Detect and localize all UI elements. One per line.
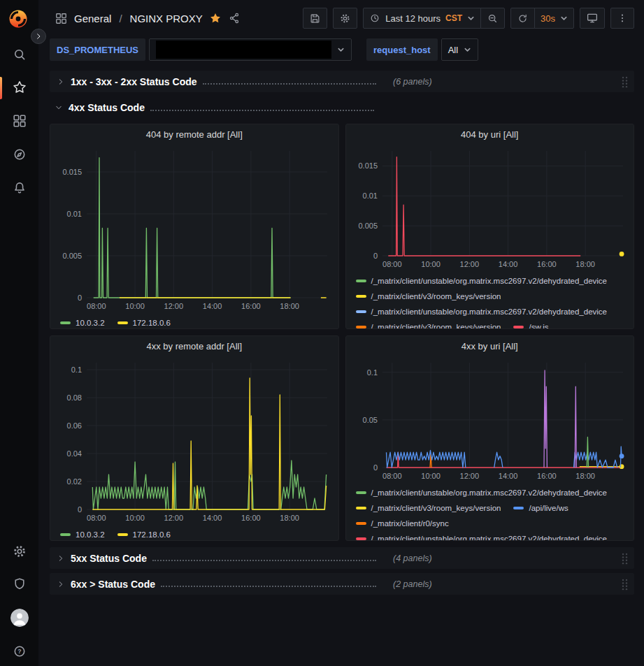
save-icon	[309, 13, 321, 24]
monitor-icon	[586, 12, 599, 24]
chevron-down-icon	[560, 15, 568, 22]
svg-text:0.01: 0.01	[67, 210, 82, 218]
variable-select-request-host[interactable]: All	[441, 38, 478, 61]
row-drag-handle[interactable]	[621, 552, 629, 564]
legend-swatch	[60, 321, 71, 324]
svg-text:14:00: 14:00	[498, 472, 517, 480]
grafana-logo[interactable]	[8, 8, 30, 31]
redacted-value	[156, 41, 331, 59]
panel-404-by-remote-addr: 404 by remote addr [All] 08:0010:0012:00…	[50, 124, 339, 329]
variable-select-ds-prometheus[interactable]	[149, 38, 352, 61]
panel-title[interactable]: 404 by uri [All]	[352, 124, 629, 144]
explore-compass-icon[interactable]	[11, 146, 28, 163]
svg-text:0.015: 0.015	[358, 161, 378, 170]
time-range-picker[interactable]: Last 12 hours CST	[363, 8, 481, 29]
legend-item[interactable]: 10.0.3.2	[60, 316, 105, 329]
chevron-down-icon	[464, 46, 471, 54]
row-header-6xx[interactable]: 6xx > Status Code (2 panels)	[50, 573, 634, 595]
expand-sidebar-button[interactable]	[31, 29, 46, 44]
help-icon[interactable]: ?	[11, 643, 28, 660]
legend-item[interactable]: 172.18.0.6	[117, 528, 171, 541]
time-series-chart[interactable]: 08:0010:0012:0014:0016:0018:0000.050.1	[352, 356, 629, 484]
svg-text:0: 0	[78, 294, 82, 302]
legend-label: /_matrix/client/unstable/org.matrix.msc2…	[371, 532, 608, 541]
legend-label: 10.0.3.2	[76, 528, 105, 541]
row-header-5xx[interactable]: 5xx Status Code (4 panels)	[50, 547, 634, 569]
legend-item[interactable]: /_matrix/client/unstable/org.matrix.msc2…	[356, 305, 608, 319]
row-header-4xx[interactable]: 4xx Status Code	[50, 99, 634, 117]
legend-swatch	[356, 326, 366, 328]
legend-item[interactable]: /api/live/ws	[513, 501, 568, 515]
search-icon[interactable]	[11, 46, 28, 63]
favorite-star-icon[interactable]	[209, 12, 222, 24]
panel-legend: /_matrix/client/unstable/org.matrix.msc2…	[352, 484, 629, 541]
svg-text:0: 0	[78, 505, 82, 514]
time-series-chart[interactable]: 08:0010:0012:0014:0016:0018:0000.020.040…	[56, 356, 333, 526]
legend-swatch	[356, 491, 366, 494]
row-header-1xx-3xx-2xx[interactable]: 1xx - 3xx - 2xx Status Code (6 panels)	[50, 71, 634, 92]
row-drag-handle[interactable]	[621, 75, 629, 87]
legend-item[interactable]: 172.18.0.6	[117, 316, 171, 329]
profile-avatar[interactable]	[10, 609, 29, 627]
dashboard-body: 1xx - 3xx - 2xx Status Code (6 panels) 4…	[38, 66, 644, 595]
row-drag-handle[interactable]	[621, 578, 629, 590]
panel-legend: 10.0.3.2172.18.0.6	[56, 314, 333, 329]
legend-label: 172.18.0.6	[133, 528, 171, 541]
server-admin-shield-icon[interactable]	[11, 576, 28, 593]
svg-text:0.08: 0.08	[67, 393, 82, 402]
panel-title[interactable]: 4xx by uri [All]	[352, 336, 629, 356]
legend-item[interactable]: /_matrix/client/v3/room_keys/version	[356, 501, 501, 515]
dashboard-settings-button[interactable]	[333, 8, 357, 29]
alerting-bell-icon[interactable]	[11, 180, 28, 196]
time-series-chart[interactable]: 08:0010:0012:0014:0016:0018:0000.0050.01…	[352, 144, 629, 273]
kebab-menu-button[interactable]	[610, 8, 634, 29]
share-icon[interactable]	[228, 12, 241, 24]
refresh-icon	[517, 13, 529, 24]
panel-4xx-by-remote-addr: 4xx by remote addr [All] 08:0010:0012:00…	[50, 335, 339, 541]
legend-item[interactable]: 10.0.3.2	[60, 528, 105, 541]
svg-text:0.015: 0.015	[62, 168, 82, 176]
svg-text:?: ?	[17, 648, 21, 655]
legend-item[interactable]: /_matrix/client/unstable/org.matrix.msc2…	[356, 274, 608, 288]
panel-title[interactable]: 4xx by remote addr [All]	[56, 336, 333, 356]
breadcrumb-dashboard-title[interactable]: NGINX PROXY	[130, 13, 203, 24]
save-dashboard-button[interactable]	[303, 8, 327, 29]
legend-label: /_matrix/client/v3/room_keys/version	[371, 320, 501, 329]
legend-swatch	[356, 522, 366, 525]
starred-icon[interactable]	[11, 79, 28, 96]
svg-text:16:00: 16:00	[537, 472, 557, 480]
refresh-interval-picker[interactable]: 30s	[534, 8, 574, 29]
legend-item[interactable]: /_matrix/client/unstable/org.matrix.msc2…	[356, 486, 608, 500]
panel-title[interactable]: 404 by remote addr [All]	[56, 124, 333, 144]
breadcrumb-section[interactable]: General	[74, 13, 111, 24]
breadcrumb: General / NGINX PROXY	[55, 12, 241, 25]
panel-404-by-uri: 404 by uri [All] 08:0010:0012:0014:0016:…	[345, 124, 635, 329]
svg-text:08:00: 08:00	[87, 302, 106, 310]
legend-item[interactable]: /_matrix/client/r0/sync	[356, 516, 449, 530]
legend-swatch	[513, 326, 524, 328]
legend-item[interactable]: /_matrix/client/v3/room_keys/version	[356, 320, 501, 329]
zoom-out-button[interactable]	[480, 8, 505, 29]
chevron-right-icon	[56, 553, 66, 563]
svg-text:0.05: 0.05	[362, 416, 377, 424]
svg-text:0.005: 0.005	[62, 252, 82, 260]
dotted-leader	[161, 579, 376, 587]
settings-gear-icon[interactable]	[11, 543, 28, 560]
row-title: 1xx - 3xx - 2xx Status Code	[71, 76, 197, 87]
variable-value: All	[448, 45, 458, 55]
dashboards-icon[interactable]	[11, 113, 28, 129]
refresh-button[interactable]	[510, 8, 535, 29]
legend-item[interactable]: /_matrix/client/v3/room_keys/version	[356, 289, 501, 303]
legend-item[interactable]: /sw.js	[513, 320, 548, 329]
legend-swatch	[117, 321, 128, 324]
variable-label-request-host[interactable]: request_host	[366, 38, 438, 61]
svg-text:0.02: 0.02	[67, 477, 82, 486]
legend-swatch	[356, 310, 366, 313]
time-series-chart[interactable]: 08:0010:0012:0014:0016:0018:0000.0050.01…	[56, 144, 333, 314]
legend-item[interactable]: /_matrix/client/unstable/org.matrix.msc2…	[356, 532, 608, 541]
svg-text:14:00: 14:00	[203, 302, 222, 310]
chevron-right-icon	[56, 77, 66, 87]
cycle-view-button[interactable]	[580, 8, 605, 29]
variable-label-ds-prometheus[interactable]: DS_PROMETHEUS	[50, 38, 145, 61]
svg-text:0: 0	[373, 252, 377, 260]
